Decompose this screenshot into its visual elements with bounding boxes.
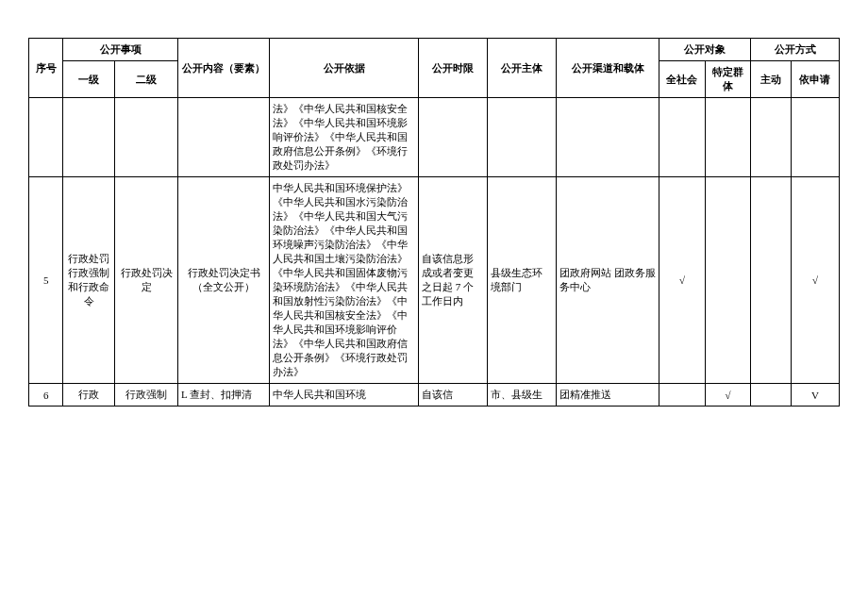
cell-active xyxy=(751,177,792,384)
cell-lvl1: 行政处罚行政强制和行政命令 xyxy=(63,177,115,384)
th-time: 公开时限 xyxy=(419,39,488,98)
cell-lvl2: 行政强制 xyxy=(115,384,178,407)
cell-apply xyxy=(791,98,839,177)
th-apply: 依申请 xyxy=(791,61,839,98)
cell-all xyxy=(659,98,706,177)
th-lvl2: 二级 xyxy=(115,61,178,98)
th-method: 公开方式 xyxy=(751,39,840,61)
cell-seq: 5 xyxy=(29,177,63,384)
th-lvl1: 一级 xyxy=(63,61,115,98)
cell-spec xyxy=(705,177,751,384)
cell-time: 自该信息形成或者变更之日起 7 个工作日内 xyxy=(419,177,488,384)
th-all: 全社会 xyxy=(659,61,706,98)
cell-seq: 6 xyxy=(29,384,63,407)
cell-spec xyxy=(705,98,751,177)
cell-lvl1: 行政 xyxy=(63,384,115,407)
cell-subject: 县级生态环境部门 xyxy=(487,177,556,384)
cell-seq xyxy=(29,98,63,177)
table-row: 法》《中华人民共和国核安全法》《中华人民共和国环境影响评价法》《中华人民共和国政… xyxy=(29,98,840,177)
cell-lvl2: 行政处罚决定 xyxy=(115,177,178,384)
th-target: 公开对象 xyxy=(659,39,751,61)
table-row: 6 行政 行政强制 L 查封、扣押清 中华人民共和国环境 自该信 市、县级生 团… xyxy=(29,384,840,407)
table-row: 5 行政处罚行政强制和行政命令 行政处罚决定 行政处罚决定书（全文公开） 中华人… xyxy=(29,177,840,384)
cell-active xyxy=(751,98,792,177)
cell-spec: √ xyxy=(705,384,751,407)
cell-time: 自该信 xyxy=(419,384,488,407)
table-header: 序号 公开事项 公开内容（要素） 公开依据 公开时限 公开主体 公开渠道和载体 … xyxy=(29,39,840,98)
th-subject: 公开主体 xyxy=(487,39,556,98)
cell-basis: 中华人民共和国环境 xyxy=(270,384,419,407)
cell-content: 行政处罚决定书（全文公开） xyxy=(177,177,269,384)
cell-all: √ xyxy=(659,177,706,384)
cell-lvl2 xyxy=(115,98,178,177)
cell-basis: 法》《中华人民共和国核安全法》《中华人民共和国环境影响评价法》《中华人民共和国政… xyxy=(270,98,419,177)
th-seq: 序号 xyxy=(29,39,63,98)
cell-subject: 市、县级生 xyxy=(487,384,556,407)
cell-active xyxy=(751,384,792,407)
th-active: 主动 xyxy=(751,61,792,98)
cell-channel xyxy=(556,98,659,177)
cell-apply: V xyxy=(791,384,839,407)
cell-channel: 团政府网站 团政务服务中心 xyxy=(556,177,659,384)
cell-content xyxy=(177,98,269,177)
cell-apply: √ xyxy=(791,177,839,384)
cell-time xyxy=(419,98,488,177)
th-basis: 公开依据 xyxy=(270,39,419,98)
th-matter: 公开事项 xyxy=(63,39,177,61)
th-channel: 公开渠道和载体 xyxy=(556,39,659,98)
cell-all xyxy=(659,384,706,407)
table-body: 法》《中华人民共和国核安全法》《中华人民共和国环境影响评价法》《中华人民共和国政… xyxy=(29,98,840,407)
cell-subject xyxy=(487,98,556,177)
th-spec: 特定群体 xyxy=(705,61,751,98)
cell-channel: 团精准推送 xyxy=(556,384,659,407)
disclosure-table: 序号 公开事项 公开内容（要素） 公开依据 公开时限 公开主体 公开渠道和载体 … xyxy=(28,38,840,407)
cell-lvl1 xyxy=(63,98,115,177)
th-content: 公开内容（要素） xyxy=(177,39,269,98)
cell-basis: 中华人民共和国环境保护法》《中华人民共和国水污染防治法》《中华人民共和国大气污染… xyxy=(270,177,419,384)
cell-content: L 查封、扣押清 xyxy=(177,384,269,407)
